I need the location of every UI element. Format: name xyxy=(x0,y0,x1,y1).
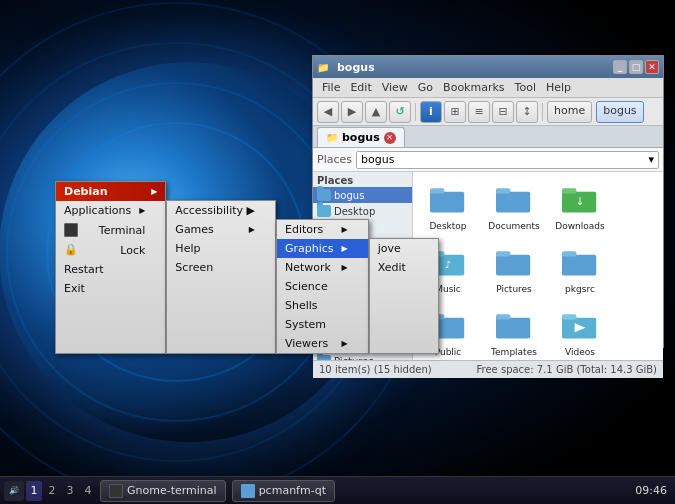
window-menubar: File Edit View Go Bookmarks Tool Help xyxy=(313,78,663,98)
svg-rect-3 xyxy=(496,188,510,193)
desktop-4-button[interactable]: 4 xyxy=(80,481,96,501)
file-item-templates[interactable]: Templates xyxy=(483,302,545,360)
taskbar: 🔊 1 2 3 4 Gnome-terminal pcmanfm-qt 09:4… xyxy=(0,476,675,504)
folder-pkgsrc-icon xyxy=(562,247,598,277)
menu-item-exit[interactable]: Exit xyxy=(56,279,165,298)
tab-close-button[interactable]: ✕ xyxy=(384,132,396,144)
fm-menu-help[interactable]: Help xyxy=(541,80,576,95)
svg-rect-13 xyxy=(562,251,576,256)
menu-item-system[interactable]: System xyxy=(277,315,368,334)
debian-menu-column: Debian ▶ Applications ▶ Terminal 🔒 Lock … xyxy=(55,181,166,354)
applications-submenu: Accessibility ▶ Games ▶ Help Screen xyxy=(166,200,276,354)
fm-menu-view[interactable]: View xyxy=(377,80,413,95)
menu-item-shells[interactable]: Shells xyxy=(277,296,368,315)
fm-taskbar-icon xyxy=(241,484,255,498)
tb-bogus-button[interactable]: bogus xyxy=(596,101,643,123)
svg-rect-11 xyxy=(496,251,510,256)
menu-item-xedit[interactable]: Xedit xyxy=(370,258,438,277)
app-menu: Debian ▶ Applications ▶ Terminal 🔒 Lock … xyxy=(55,181,439,354)
taskbar-pcmanfm[interactable]: pcmanfm-qt xyxy=(232,480,335,502)
svg-rect-17 xyxy=(496,314,510,319)
location-bar: Places bogus ▾ xyxy=(313,148,663,172)
window-maximize-button[interactable]: □ xyxy=(629,60,643,74)
menu-item-graphics[interactable]: Graphics ▶ xyxy=(277,239,368,258)
tb-up-button[interactable]: ▲ xyxy=(365,101,387,123)
fm-menu-bookmarks[interactable]: Bookmarks xyxy=(438,80,509,95)
file-manager-icon: 📁 xyxy=(317,62,329,73)
taskbar-gnome-terminal[interactable]: Gnome-terminal xyxy=(100,480,226,502)
desktop-2-button[interactable]: 2 xyxy=(44,481,60,501)
svg-rect-16 xyxy=(496,317,530,338)
tb-sort-button[interactable]: ↕ xyxy=(516,101,538,123)
menu-item-debian[interactable]: Debian ▶ xyxy=(56,182,165,201)
fm-menu-edit[interactable]: Edit xyxy=(345,80,376,95)
fm-statusbar: 10 item(s) (15 hidden) Free space: 7.1 G… xyxy=(313,360,663,378)
window-titlebar: 📁 bogus _ □ ✕ xyxy=(313,56,663,78)
location-dropdown[interactable]: bogus ▾ xyxy=(356,151,659,169)
svg-rect-5 xyxy=(562,188,576,193)
svg-text:♪: ♪ xyxy=(445,259,451,270)
window-close-button[interactable]: ✕ xyxy=(645,60,659,74)
fm-menu-go[interactable]: Go xyxy=(413,80,438,95)
file-item-pictures[interactable]: Pictures xyxy=(483,239,545,298)
folder-templates-icon xyxy=(496,310,532,340)
file-item-pkgsrc[interactable]: pkgsrc xyxy=(549,239,611,298)
tab-bogus[interactable]: 📁 bogus ✕ xyxy=(317,127,405,147)
terminal-icon xyxy=(64,223,78,237)
svg-text:↓: ↓ xyxy=(575,195,584,208)
file-item-videos[interactable]: Videos xyxy=(549,302,611,360)
desktop-3-button[interactable]: 3 xyxy=(62,481,78,501)
fm-menu-file[interactable]: File xyxy=(317,80,345,95)
menu-item-restart[interactable]: Restart xyxy=(56,260,165,279)
taskbar-left: 🔊 1 2 3 4 Gnome-terminal pcmanfm-qt xyxy=(0,480,337,502)
graphics-submenu: jove Xedit xyxy=(369,238,439,354)
svg-rect-2 xyxy=(496,192,530,213)
tb-back-button[interactable]: ◀ xyxy=(317,101,339,123)
status-items: 10 item(s) (15 hidden) xyxy=(319,364,432,375)
tb-info-button[interactable]: i xyxy=(420,101,442,123)
window-minimize-button[interactable]: _ xyxy=(613,60,627,74)
tb-detail-button[interactable]: ⊟ xyxy=(492,101,514,123)
menu-item-screen[interactable]: Screen xyxy=(167,258,275,277)
taskbar-time: 09:46 xyxy=(635,484,675,497)
folder-videos-icon xyxy=(562,310,598,340)
toolbar-separator-2 xyxy=(542,103,543,121)
folder-icon xyxy=(317,355,331,360)
tb-refresh-button[interactable]: ↺ xyxy=(389,101,411,123)
taskbar-volume-icon[interactable]: 🔊 xyxy=(4,481,24,501)
menu-item-viewers[interactable]: Viewers ▶ xyxy=(277,334,368,353)
lock-icon: 🔒 xyxy=(64,243,78,257)
tab-folder-icon: 📁 xyxy=(326,132,338,143)
tb-home-button[interactable]: home xyxy=(547,101,592,123)
menu-item-help[interactable]: Help xyxy=(167,239,275,258)
menu-item-lock[interactable]: 🔒 Lock xyxy=(56,240,165,260)
desktop-1-button[interactable]: 1 xyxy=(26,481,42,501)
svg-rect-10 xyxy=(496,255,530,276)
menu-item-applications[interactable]: Applications ▶ xyxy=(56,201,165,220)
menu-item-network[interactable]: Network ▶ xyxy=(277,258,368,277)
terminal-taskbar-icon xyxy=(109,484,123,498)
editors-submenu: Editors ▶ Graphics ▶ Network ▶ Science S… xyxy=(276,219,369,354)
toolbar-separator xyxy=(415,103,416,121)
chevron-down-icon: ▾ xyxy=(648,153,654,166)
menu-item-editors[interactable]: Editors ▶ xyxy=(277,220,368,239)
fm-grid: Desktop Documents ↓ xyxy=(413,172,663,360)
sidebar-item-pictures[interactable]: Pictures xyxy=(313,353,412,360)
svg-rect-19 xyxy=(562,314,576,319)
tb-forward-button[interactable]: ▶ xyxy=(341,101,363,123)
menu-item-accessibility[interactable]: Accessibility ▶ xyxy=(167,201,275,220)
menu-item-games[interactable]: Games ▶ xyxy=(167,220,275,239)
menu-item-science[interactable]: Science xyxy=(277,277,368,296)
folder-documents-icon xyxy=(496,184,532,214)
tb-grid-button[interactable]: ⊞ xyxy=(444,101,466,123)
file-item-documents[interactable]: Documents xyxy=(483,176,545,235)
fm-menu-tool[interactable]: Tool xyxy=(510,80,541,95)
menu-item-terminal[interactable]: Terminal xyxy=(56,220,165,240)
tb-list-button[interactable]: ≡ xyxy=(468,101,490,123)
window-title: bogus xyxy=(333,61,611,74)
menu-item-jove[interactable]: jove xyxy=(370,239,438,258)
folder-pictures-icon xyxy=(496,247,532,277)
svg-rect-12 xyxy=(562,255,596,276)
tab-bar: 📁 bogus ✕ xyxy=(313,126,663,148)
file-item-downloads[interactable]: ↓ Downloads xyxy=(549,176,611,235)
